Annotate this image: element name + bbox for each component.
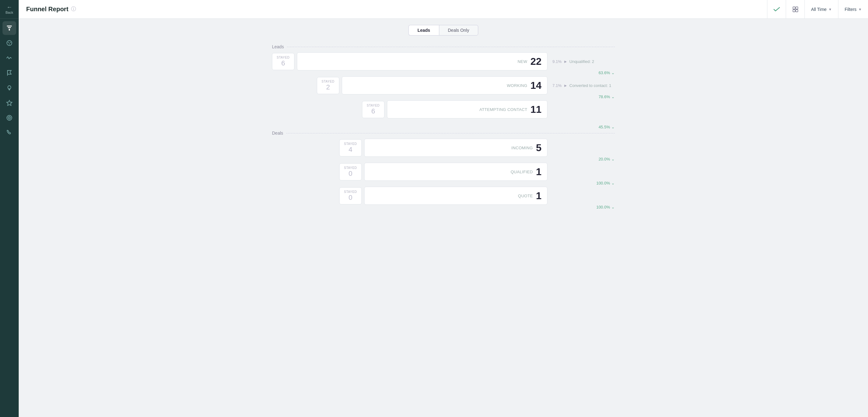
svg-rect-16 — [793, 10, 795, 12]
deals-section: Deals — [272, 130, 615, 136]
conversion-row-incoming: 20.0% ⌄ — [272, 157, 615, 161]
check-view-button[interactable] — [767, 0, 786, 19]
sidebar-item-target[interactable] — [2, 111, 16, 125]
svg-marker-10 — [7, 100, 12, 106]
bar-attempting: ATTEMPTING CONTACT 11 — [387, 100, 548, 118]
svg-point-5 — [10, 42, 11, 43]
sidebar: ← Back — [0, 0, 19, 417]
deals-section-text: Deals — [272, 130, 283, 136]
right-pct-working: 7.1% — [552, 83, 562, 88]
bar-label-new: NEW — [518, 59, 527, 64]
bar-label-qualified: QUALIFIED — [510, 170, 533, 174]
sidebar-item-funnel[interactable] — [2, 21, 16, 35]
back-label: Back — [6, 10, 13, 14]
stayed-label-incoming: STAYED — [344, 142, 357, 146]
right-text-new: Unqualified: 2 — [569, 59, 594, 64]
sidebar-item-star[interactable] — [2, 96, 16, 110]
sidebar-item-flag[interactable] — [2, 66, 16, 80]
header-title-area: Funnel Report ⓘ — [19, 6, 767, 13]
bar-right-working: 7.1% ► Converted to contact: 1 — [552, 83, 615, 88]
right-pct-new: 9.1% — [552, 59, 562, 64]
conversion-pct-attempting-val: 45.5% — [598, 125, 610, 129]
star-icon — [6, 99, 13, 106]
conversion-row-new: 63.6% ⌄ — [272, 70, 615, 75]
filters-dropdown[interactable]: Filters ▼ — [838, 0, 868, 19]
activity-icon — [6, 55, 13, 61]
header: Funnel Report ⓘ All Time ▼ — [19, 0, 868, 19]
conversion-pct-incoming: 20.0% — [598, 157, 610, 161]
leads-toggle-button[interactable]: Leads — [408, 25, 439, 35]
bar-new: NEW 22 — [297, 52, 548, 70]
target-icon — [6, 114, 13, 121]
svg-rect-17 — [796, 10, 798, 12]
stayed-box-quote: STAYED 0 — [339, 187, 362, 204]
funnel-container: Leads STAYED 6 NEW 22 9.1% ► Unqualified… — [272, 44, 615, 209]
conversion-inner-working: 78.6% ⌄ — [598, 94, 615, 99]
leads-section-label: Leads — [272, 44, 615, 49]
stayed-value-quote: 0 — [349, 193, 352, 202]
bar-label-working: WORKING — [507, 83, 527, 88]
svg-rect-14 — [793, 7, 795, 9]
stayed-label-attempting: STAYED — [367, 104, 380, 107]
funnel-icon — [6, 25, 13, 31]
stayed-box-new: STAYED 6 — [272, 53, 294, 70]
conversion-chevron-incoming[interactable]: ⌄ — [611, 157, 615, 161]
stayed-box-qualified: STAYED 0 — [339, 163, 362, 180]
svg-rect-0 — [7, 26, 12, 27]
bar-value-incoming: 5 — [536, 142, 541, 154]
conversion-inner-qualified: 100.0% ⌄ — [596, 181, 615, 185]
sidebar-item-lightbulb[interactable] — [2, 81, 16, 95]
bar-working: WORKING 14 — [342, 77, 548, 94]
flag-icon — [6, 69, 13, 77]
conversion-pct-quote: 100.0% — [596, 205, 610, 209]
conversion-inner-incoming: 20.0% ⌄ — [598, 157, 615, 161]
stayed-value-attempting: 6 — [371, 107, 375, 115]
conversion-pct-new: 63.6% — [598, 70, 610, 75]
stayed-value-qualified: 0 — [349, 170, 352, 178]
conversion-chevron-qualified[interactable]: ⌄ — [611, 181, 615, 185]
deals-section-line — [286, 133, 615, 133]
bar-right-new: 9.1% ► Unqualified: 2 — [552, 59, 615, 64]
conversion-chevron-new[interactable]: ⌄ — [611, 70, 615, 75]
conversion-inner-new: 63.6% ⌄ — [598, 70, 615, 75]
content-area: Leads Deals Only Leads STAYED 6 NEW 22 — [19, 19, 868, 417]
stayed-label-working: STAYED — [321, 80, 335, 83]
conversion-row-working: 78.6% ⌄ — [272, 94, 615, 99]
stayed-value-working: 2 — [326, 83, 330, 91]
conversion-row-attempting: 45.5% ⌄ — [272, 125, 615, 129]
conversion-inner-attempting: 45.5% ⌄ — [598, 125, 615, 129]
bar-value-new: 22 — [530, 56, 541, 67]
bar-value-attempting: 11 — [530, 104, 541, 115]
bar-label-quote: QUOTE — [518, 193, 533, 198]
info-icon[interactable]: ⓘ — [71, 6, 76, 12]
svg-point-13 — [9, 118, 10, 118]
bar-value-qualified: 1 — [536, 166, 541, 178]
conversion-chevron-attempting[interactable]: ⌄ — [611, 125, 615, 129]
stayed-box-working: STAYED 2 — [317, 77, 339, 94]
filters-label: Filters — [845, 7, 857, 12]
phone-icon — [6, 129, 13, 136]
back-button[interactable]: ← Back — [0, 0, 19, 19]
bar-qualified: QUALIFIED 1 — [364, 163, 548, 181]
sidebar-item-phone[interactable] — [2, 126, 16, 140]
svg-point-4 — [8, 42, 9, 43]
sidebar-item-activity[interactable] — [2, 51, 16, 65]
conversion-inner-quote: 100.0% ⌄ — [596, 205, 615, 209]
right-text-working: Converted to contact: 1 — [569, 83, 611, 88]
funnel-row-attempting: STAYED 6 ATTEMPTING CONTACT 11 — [272, 100, 615, 118]
check-icon — [773, 7, 780, 12]
grid-view-button[interactable] — [786, 0, 804, 19]
stayed-label-qualified: STAYED — [344, 166, 357, 170]
time-filter-dropdown[interactable]: All Time ▼ — [804, 0, 838, 19]
deals-only-toggle-button[interactable]: Deals Only — [439, 25, 478, 35]
bar-value-working: 14 — [530, 80, 541, 91]
stayed-value-new: 6 — [281, 59, 285, 67]
stayed-box-attempting: STAYED 6 — [362, 101, 384, 118]
conversion-chevron-quote[interactable]: ⌄ — [611, 205, 615, 209]
conversion-chevron-working[interactable]: ⌄ — [611, 94, 615, 99]
sidebar-item-palette[interactable] — [2, 36, 16, 50]
bar-incoming: INCOMING 5 — [364, 139, 548, 157]
conversion-pct-working: 78.6% — [598, 94, 610, 99]
right-arrow-new: ► — [564, 59, 568, 64]
funnel-row-qualified: STAYED 0 QUALIFIED 1 — [272, 163, 615, 181]
